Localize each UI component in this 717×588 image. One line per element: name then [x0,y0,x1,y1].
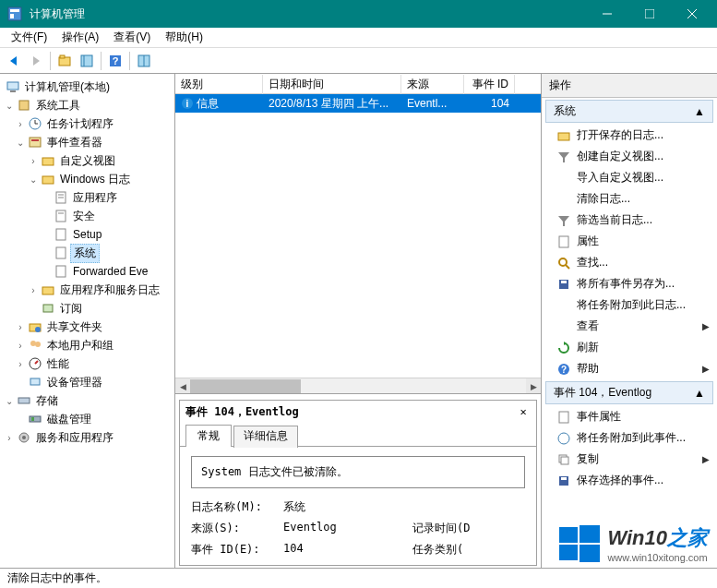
folder-icon [41,282,55,297]
toolbar-icon-3[interactable] [134,51,154,71]
log-icon [54,209,68,223]
subscription-icon [41,301,55,316]
tree-subscriptions[interactable]: 订阅 [2,299,173,318]
minimize-button[interactable] [586,0,628,28]
computer-icon [6,79,20,94]
action-attach-task-log[interactable]: 将任务附加到此日志... [542,294,717,316]
menu-action[interactable]: 操作(A) [54,28,106,47]
svg-rect-2 [10,14,14,18]
center-pane: 级别 日期和时间 来源 事件 ID i信息 2020/8/13 星期四 上午..… [175,74,542,568]
expand-icon[interactable]: › [15,359,26,369]
detail-tabs: 常规 详细信息 [180,422,536,447]
close-detail-button[interactable]: ✕ [516,405,531,420]
tree-event-viewer[interactable]: ⌄事件查看器 [2,133,173,151]
toolbar: ? [0,48,717,74]
expand-icon[interactable]: › [28,156,39,166]
tree-log-application[interactable]: 应用程序 [2,188,173,207]
action-copy[interactable]: 复制▶ [542,449,717,470]
action-import-custom-view[interactable]: 导入自定义视图... [542,167,717,188]
svg-rect-65 [561,457,568,464]
performance-icon [28,356,42,371]
action-help[interactable]: ?帮助▶ [542,358,717,379]
expand-icon[interactable]: › [15,119,26,129]
collapse-icon: ▲ [694,387,705,400]
close-button[interactable] [671,0,713,28]
tree-services-apps[interactable]: ›服务和应用程序 [2,428,173,447]
horizontal-scrollbar[interactable]: ◀ ▶ [175,378,541,393]
action-open-saved-log[interactable]: 打开保存的日志... [542,125,717,146]
maximize-button[interactable] [628,0,671,28]
scroll-left-icon[interactable]: ◀ [175,378,190,394]
svg-rect-10 [60,55,65,58]
action-event-properties[interactable]: 事件属性 [542,406,717,427]
tree-system-tools[interactable]: ⌄系统工具 [2,96,173,114]
action-attach-task-event[interactable]: 将任务附加到此事件... [542,427,717,449]
th-level[interactable]: 级别 [175,75,263,94]
tree-root[interactable]: 计算机管理(本地) [2,78,173,96]
th-event-id[interactable]: 事件 ID [464,75,515,94]
svg-rect-24 [31,139,39,141]
svg-text:?: ? [561,365,567,375]
action-filter-current-log[interactable]: 筛选当前日志... [542,210,717,231]
action-refresh[interactable]: 刷新 [542,337,717,358]
tree-log-system[interactable]: 系统 [2,244,173,262]
action-create-custom-view[interactable]: 创建自定义视图... [542,146,717,167]
tree-performance[interactable]: ›性能 [2,354,173,373]
tree-log-forwarded[interactable]: Forwarded Eve [2,262,173,281]
scroll-right-icon[interactable]: ▶ [526,378,541,394]
collapse-icon[interactable]: ⌄ [15,138,26,148]
svg-rect-45 [30,416,41,422]
expand-icon[interactable]: › [15,341,26,351]
td-datetime: 2020/8/13 星期四 上午... [263,96,401,112]
expand-icon[interactable]: › [28,285,39,295]
tree-windows-logs[interactable]: ⌄Windows 日志 [2,170,173,188]
action-find[interactable]: 查找... [542,252,717,273]
help-icon[interactable]: ? [105,51,125,71]
action-clear-log[interactable]: 清除日志... [542,188,717,210]
toolbar-icon-2[interactable] [77,51,97,71]
tree-device-manager[interactable]: 设备管理器 [2,373,173,391]
scrollbar-thumb[interactable] [190,379,301,393]
action-save-selected[interactable]: 保存选择的事件... [542,470,717,491]
tree-task-scheduler[interactable]: ›任务计划程序 [2,114,173,133]
event-detail-panel: 事件 104，Eventlog ✕ 常规 详细信息 System 日志文件已被清… [179,400,537,566]
back-button[interactable] [4,51,24,71]
tab-details[interactable]: 详细信息 [233,426,298,448]
app-icon [7,6,22,21]
table-body[interactable]: i信息 2020/8/13 星期四 上午... Eventl... 104 [175,94,541,378]
tree-custom-views[interactable]: ›自定义视图 [2,151,173,170]
tree-storage[interactable]: ⌄存储 [2,391,173,410]
tree-log-setup[interactable]: Setup [2,225,173,244]
collapse-icon[interactable]: ⌄ [28,174,39,185]
expand-icon[interactable]: › [15,322,26,332]
menu-view[interactable]: 查看(V) [106,28,158,47]
table-row[interactable]: i信息 2020/8/13 星期四 上午... Eventl... 104 [175,94,541,113]
actions-section-event[interactable]: 事件 104，Eventlog▲ [545,381,713,404]
actions-section-system[interactable]: 系统▲ [545,100,713,123]
th-source[interactable]: 来源 [401,75,464,94]
svg-point-38 [35,327,41,332]
detail-message: System 日志文件已被清除。 [191,456,525,488]
tree-disk-management[interactable]: 磁盘管理 [2,410,173,428]
toolbar-icon-1[interactable] [54,51,75,71]
folder-icon [41,153,55,168]
menu-help[interactable]: 帮助(H) [158,28,210,47]
tree-app-service-logs[interactable]: ›应用程序和服务日志 [2,281,173,299]
action-properties[interactable]: 属性 [542,231,717,252]
forward-button[interactable] [26,51,46,71]
th-datetime[interactable]: 日期和时间 [263,75,401,94]
tab-general[interactable]: 常规 [185,425,232,447]
tree-local-users[interactable]: ›本地用户和组 [2,336,173,354]
copy-icon [556,452,571,467]
svg-rect-17 [7,82,18,90]
action-view[interactable]: 查看▶ [542,316,717,337]
expand-icon[interactable]: › [4,433,15,443]
collapse-icon[interactable]: ⌄ [4,396,15,406]
chevron-right-icon: ▶ [702,364,710,374]
collapse-icon[interactable]: ⌄ [4,101,15,111]
tree-log-security[interactable]: 安全 [2,207,173,225]
action-save-all-events[interactable]: 将所有事件另存为... [542,273,717,294]
menu-file[interactable]: 文件(F) [4,28,54,47]
tree-shared-folders[interactable]: ›共享文件夹 [2,318,173,336]
svg-rect-26 [42,176,54,184]
